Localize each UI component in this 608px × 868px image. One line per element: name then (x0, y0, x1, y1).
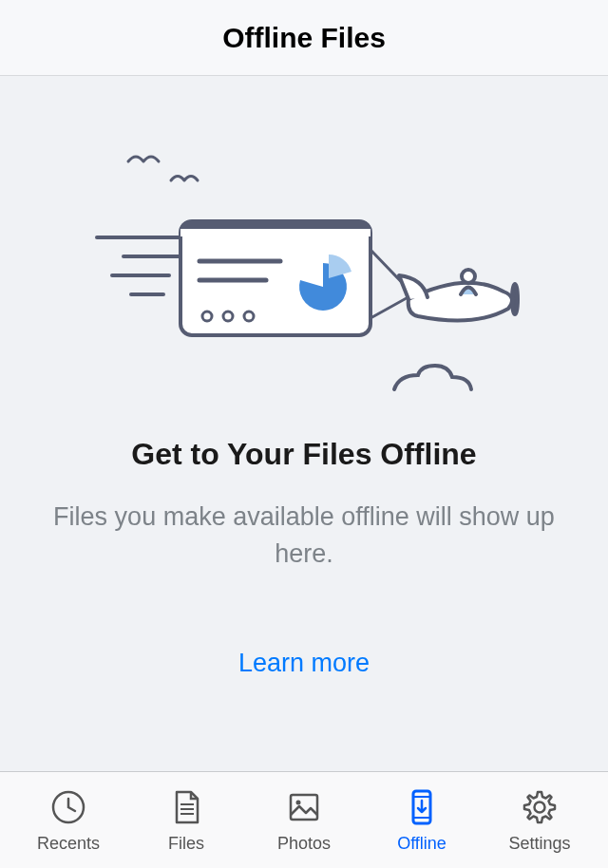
tab-label: Offline (397, 834, 446, 854)
tab-label: Photos (277, 834, 331, 854)
photo-icon (283, 786, 325, 828)
svg-rect-18 (291, 795, 317, 820)
svg-point-19 (296, 801, 301, 805)
svg-point-13 (462, 270, 475, 283)
tab-label: Settings (508, 834, 570, 854)
offline-icon (401, 786, 443, 828)
gear-icon (519, 786, 560, 828)
learn-more-link[interactable]: Learn more (238, 649, 370, 678)
page-title: Offline Files (222, 22, 386, 54)
file-icon (165, 786, 207, 828)
empty-heading: Get to Your Files Offline (131, 437, 476, 472)
svg-rect-6 (180, 229, 370, 236)
tab-recents[interactable]: Recents (10, 786, 127, 854)
offline-illustration (86, 128, 522, 413)
empty-subtext: Files you make available offline will sh… (0, 499, 608, 573)
svg-point-12 (512, 284, 518, 314)
tab-files[interactable]: Files (127, 786, 245, 854)
tab-label: Recents (37, 834, 100, 854)
empty-state: Get to Your Files Offline Files you make… (0, 76, 608, 771)
tab-offline[interactable]: Offline (363, 786, 481, 854)
tab-label: Files (168, 834, 204, 854)
tab-settings[interactable]: Settings (481, 786, 598, 854)
header: Offline Files (0, 0, 608, 76)
tab-photos[interactable]: Photos (245, 786, 363, 854)
clock-icon (48, 786, 89, 828)
tab-bar: Recents Files Photos Offline Settings (0, 771, 608, 868)
svg-point-23 (535, 802, 545, 813)
